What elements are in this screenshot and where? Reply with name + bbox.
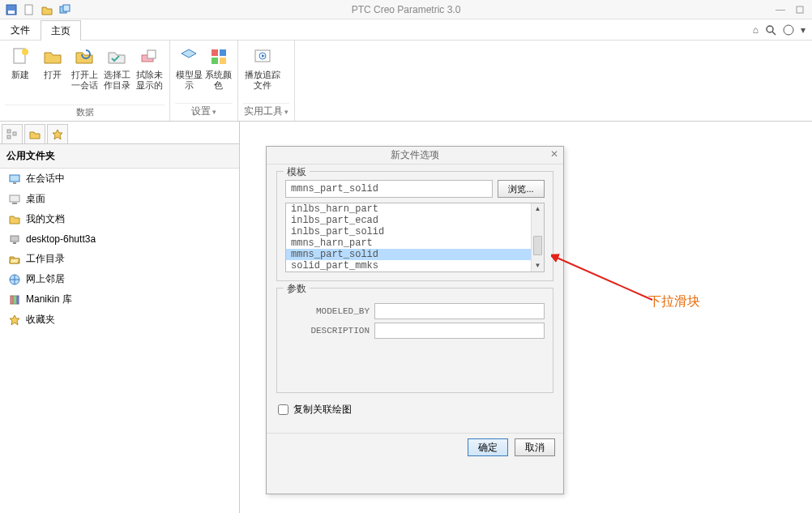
qat-windows-icon[interactable] [58, 3, 71, 16]
svg-rect-5 [797, 6, 803, 13]
svg-rect-15 [220, 49, 226, 56]
folder-open-icon [8, 253, 21, 266]
sidebar-item-manikin[interactable]: Manikin 库 [0, 289, 239, 310]
svg-rect-17 [220, 58, 226, 64]
dialog-close-button[interactable]: ✕ [550, 148, 558, 160]
qat-new-icon[interactable] [23, 3, 36, 16]
sidebar-item-network[interactable]: 网上邻居 [0, 269, 239, 289]
window-controls: — [775, 4, 812, 15]
browse-button[interactable]: 浏览... [498, 180, 545, 198]
svg-rect-12 [147, 50, 156, 58]
annotation-text: 下拉滑块 [648, 293, 700, 310]
sidebar-item-mydocs[interactable]: 我的文档 [0, 209, 239, 229]
ribbon-group-utilities: 播放追踪文件 实用工具 [238, 41, 295, 121]
svg-rect-29 [11, 236, 19, 242]
folder-panel-tabs [0, 122, 239, 144]
open-button[interactable]: 打开 [37, 44, 68, 105]
svg-line-7 [772, 32, 776, 35]
panel-tab-tree-icon[interactable] [2, 124, 23, 143]
system-colors-button[interactable]: 系统颜色 [205, 44, 233, 103]
ribbon-group-data: 新建 打开 打开上一会话 选择工作目录 拭除未显示的 数据 [0, 41, 170, 121]
scroll-up-icon[interactable]: ▲ [532, 203, 544, 215]
param-input-description[interactable] [374, 323, 545, 339]
monitor-icon [8, 173, 21, 186]
menu-dropdown-icon[interactable]: ▾ [801, 24, 806, 36]
system-colors-icon [207, 45, 230, 68]
list-item-selected[interactable]: mmns_part_solid [286, 249, 531, 260]
erase-not-displayed-button[interactable]: 拭除未显示的 [134, 44, 165, 105]
select-wd-button[interactable]: 选择工作目录 [101, 44, 132, 105]
new-button[interactable]: 新建 [5, 44, 36, 105]
list-item[interactable]: inlbs_harn_part [286, 203, 531, 215]
svg-marker-35 [10, 315, 19, 325]
help-icon[interactable] [783, 24, 794, 36]
template-legend: 模板 [284, 165, 310, 179]
qat-save-icon[interactable] [5, 3, 18, 16]
svg-rect-28 [12, 203, 17, 204]
open-last-session-button[interactable]: 打开上一会话 [70, 44, 100, 105]
favorites-icon [8, 314, 21, 327]
title-bar: PTC Creo Parametric 3.0 — [0, 0, 812, 19]
sidebar-item-computer[interactable]: desktop-6hutt3a [0, 229, 239, 249]
svg-point-6 [767, 26, 773, 32]
list-item[interactable]: mmns_harn_part [286, 237, 531, 249]
dialog-title-bar[interactable]: 新文件选项 ✕ [267, 147, 563, 165]
copy-assoc-checkbox[interactable] [278, 404, 288, 415]
svg-rect-25 [10, 175, 19, 182]
tab-home[interactable]: 主页 [41, 20, 81, 41]
params-fieldset: 参数 MODELED_BY DESCRIPTION [276, 288, 553, 393]
sidebar-item-favorites[interactable]: 收藏夹 [0, 310, 239, 330]
svg-marker-13 [182, 49, 196, 58]
folder-panel: 公用文件夹 在会话中 桌面 我的文档 desktop-6hutt3a 工作目录 … [0, 122, 240, 513]
maximize-button[interactable] [794, 4, 806, 15]
model-display-icon [177, 45, 200, 68]
listbox-scrollbar[interactable]: ▲ ▼ [531, 203, 544, 271]
list-item[interactable]: inlbs_part_solid [286, 226, 531, 237]
template-input[interactable] [285, 180, 493, 198]
svg-point-8 [784, 25, 793, 35]
param-row-description: DESCRIPTION [285, 323, 545, 339]
play-trail-button[interactable]: 播放追踪文件 [243, 44, 282, 103]
ribbon-group-settings-title[interactable]: 设置 [175, 103, 233, 119]
param-row-modeled-by: MODELED_BY [285, 303, 545, 319]
svg-rect-23 [13, 132, 16, 135]
panel-tab-favorites-icon[interactable] [47, 124, 68, 143]
param-label: DESCRIPTION [285, 326, 374, 336]
ribbon-group-utilities-title[interactable]: 实用工具 [243, 103, 289, 119]
model-display-button[interactable]: 模型显示 [175, 44, 203, 103]
folder-panel-header: 公用文件夹 [0, 144, 239, 169]
sidebar-item-desktop[interactable]: 桌面 [0, 189, 239, 209]
list-item[interactable]: inlbs_part_ecad [286, 215, 531, 226]
minimize-button[interactable]: — [775, 4, 786, 15]
search-icon[interactable] [765, 24, 776, 36]
template-listbox[interactable]: inlbs_harn_part inlbs_part_ecad inlbs_pa… [285, 203, 545, 272]
qat-open-icon[interactable] [41, 3, 53, 16]
list-item[interactable]: solid_part_mmks [286, 260, 531, 271]
svg-point-10 [22, 49, 28, 55]
svg-rect-4 [63, 5, 70, 11]
scroll-down-icon[interactable]: ▼ [532, 260, 544, 271]
svg-rect-22 [7, 135, 11, 139]
copy-assoc-label: 复制关联绘图 [293, 403, 352, 417]
quick-access-toolbar [0, 3, 71, 16]
panel-tab-folder-icon[interactable] [24, 124, 45, 143]
cancel-button[interactable]: 取消 [515, 438, 555, 456]
svg-rect-30 [13, 242, 16, 244]
sidebar-item-in-session[interactable]: 在会话中 [0, 169, 239, 189]
param-input-modeled-by[interactable] [374, 303, 545, 319]
select-wd-icon [105, 45, 128, 68]
dialog-footer: 确定 取消 [267, 433, 563, 461]
scroll-thumb[interactable] [533, 236, 542, 255]
docs-icon [8, 213, 21, 226]
network-icon [8, 273, 21, 286]
computer-icon [8, 233, 21, 246]
tab-file[interactable]: 文件 [0, 19, 41, 40]
new-file-options-dialog: 新文件选项 ✕ 模板 浏览... inlbs_harn_part inlbs_p… [266, 146, 564, 494]
menu-tabs: 文件 主页 ⌂ ▾ [0, 19, 812, 41]
sidebar-item-working-dir[interactable]: 工作目录 [0, 249, 239, 269]
param-label: MODELED_BY [285, 306, 374, 316]
library-icon [8, 293, 21, 306]
ok-button[interactable]: 确定 [468, 438, 508, 456]
nav-home-icon[interactable]: ⌂ [753, 24, 759, 36]
ribbon: 新建 打开 打开上一会话 选择工作目录 拭除未显示的 数据 [0, 41, 812, 122]
